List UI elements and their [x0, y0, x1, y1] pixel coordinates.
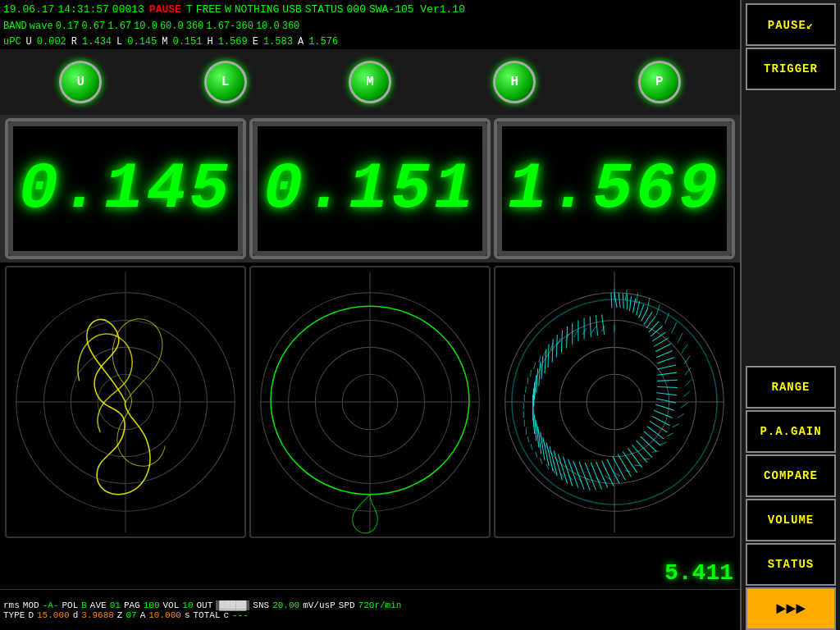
t-label: T [186, 3, 193, 16]
band-val-4: 10.0 [134, 21, 158, 32]
knob-p-label: P [655, 75, 664, 89]
mv-usp-label: mV/usP [303, 600, 336, 610]
arrows-button[interactable]: ►►► [746, 587, 836, 630]
h-label: H [207, 36, 212, 48]
sns-label: SNS [253, 600, 269, 610]
knob-m[interactable]: M [349, 61, 391, 103]
band-val-6: 360 [186, 21, 204, 32]
r-label: R [71, 36, 77, 48]
knob-row: U L M H P [0, 49, 740, 115]
pause-button[interactable]: PAUSE↙ [746, 3, 836, 46]
c-value: --- [232, 610, 249, 620]
volume-button[interactable]: VOLUME [746, 499, 836, 541]
band-val-7: 1.67-360 [206, 21, 253, 32]
t-value: FREE [196, 3, 221, 16]
trigger-button[interactable]: TRIGGER [746, 48, 836, 90]
date-display: 19.06.17 [3, 3, 54, 16]
radar-3 [494, 266, 735, 538]
u-label: U [26, 36, 32, 48]
band-val-9: 360 [282, 21, 300, 32]
radar-1 [5, 266, 246, 538]
w-label: W [225, 3, 231, 16]
radar-2 [249, 266, 491, 538]
upc-row: uPC U 0.002 R 1.434 L 0.145 M 0.151 H 1.… [0, 34, 740, 49]
display-row: 0.145 0.151 1.569 [0, 115, 740, 262]
mod-value: -A- [43, 600, 59, 610]
big-value-display: 5.411 [664, 560, 733, 586]
out-box: ▓▓▓▓▓ [216, 600, 249, 610]
knob-h-container: H [493, 61, 536, 103]
sns-value: 20.00 [272, 600, 299, 610]
status-label: STATUS [305, 3, 344, 16]
d-value: 15.000 [37, 610, 70, 620]
a-label2: A [140, 610, 146, 620]
knob-l-label: L [221, 75, 230, 89]
knob-m-container: M [349, 61, 391, 103]
d-label: D [28, 610, 34, 620]
knob-l-container: L [204, 61, 247, 103]
knob-u-label: U [76, 75, 84, 89]
big-value-text: 5.411 [664, 560, 733, 586]
h-value: 1.569 [218, 36, 248, 48]
radar-1-svg [7, 267, 244, 536]
spd-value: 720r/min [358, 600, 402, 610]
rms-label: rms [3, 600, 20, 610]
out-label: OUT [197, 600, 213, 610]
id-display: 00013 [112, 3, 144, 16]
pagain-button[interactable]: P.A.GAIN [746, 410, 836, 453]
vol-value: 10 [182, 600, 193, 610]
pause-label: PAUSE [148, 3, 183, 16]
pag-label: PAG [124, 600, 140, 610]
status-value: 000 [347, 3, 366, 16]
version-display: SWA-105 Ver1.10 [369, 3, 465, 16]
display-panel-l: 0.145 [5, 118, 246, 259]
pol-label: POL [62, 600, 78, 610]
radar-row [0, 262, 740, 541]
display-panel-m: 0.151 [249, 118, 491, 259]
e-value: 1.583 [263, 36, 293, 48]
compare-button[interactable]: COMPARE [746, 454, 836, 497]
upc-label: uPC [3, 36, 21, 48]
knob-p-container: P [638, 61, 681, 103]
type-label: TYPE [3, 610, 25, 620]
radar-3-svg [495, 267, 733, 536]
vol-label: VOL [163, 600, 180, 610]
d2-value: 3.9688 [81, 610, 114, 620]
band-label: BAND [3, 21, 27, 32]
m-value: 0.151 [172, 36, 202, 48]
pag-value: 100 [144, 600, 160, 610]
l-value: 0.145 [127, 36, 157, 48]
knob-u-container: U [59, 61, 102, 103]
time-display: 14:31:57 [57, 3, 108, 16]
l-label: L [116, 36, 122, 48]
a-label: A [298, 36, 304, 48]
band-val-5: 60.0 [160, 21, 184, 32]
a-value: 10.000 [148, 610, 181, 620]
z-label: Z [117, 610, 123, 620]
range-button[interactable]: RANGE [746, 366, 836, 409]
usb-label: USB [282, 3, 301, 16]
status-button[interactable]: STATUS [746, 543, 836, 586]
band-val-2: 0.67 [81, 21, 105, 32]
band-val-1: 0.17 [56, 21, 80, 32]
e-label: E [253, 36, 258, 48]
ave-value: 01 [110, 600, 121, 610]
r-value: 1.434 [82, 36, 112, 48]
wave-label: wave [30, 21, 53, 32]
knob-l[interactable]: L [204, 61, 247, 103]
knob-h[interactable]: H [493, 61, 536, 103]
a-value: 1.576 [308, 36, 338, 48]
knob-u[interactable]: U [59, 61, 102, 103]
bottom-line-1: rms MOD -A- POL B AVE 01 PAG 100 VOL 10 … [3, 600, 737, 610]
radar-2-svg [251, 267, 489, 536]
ave-label: AVE [90, 600, 107, 610]
w-value: NOTHING [235, 3, 280, 16]
right-panel: PAUSE↙ TRIGGER RANGE P.A.GAIN COMPARE VO… [740, 0, 840, 630]
total-label: TOTAL [193, 610, 220, 620]
d-unit: d [73, 610, 79, 620]
knob-p[interactable]: P [638, 61, 681, 103]
band-val-3: 1.67 [107, 21, 131, 32]
bottom-row: rms MOD -A- POL B AVE 01 PAG 100 VOL 10 … [0, 589, 740, 630]
display-panel-h: 1.569 [494, 118, 735, 259]
main-content: U L M H P 0.145 0.151 [0, 49, 740, 630]
